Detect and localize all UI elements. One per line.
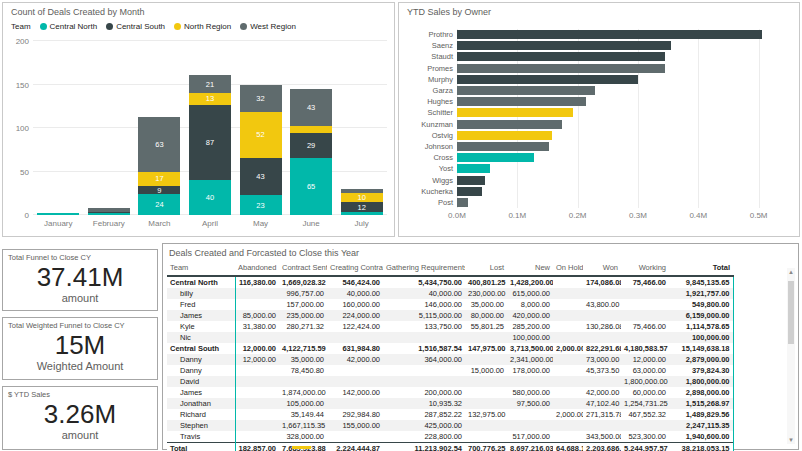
value-cell: 132,975.00 xyxy=(465,409,507,420)
table-vertical-scrollbar[interactable]: ▴ ▾ xyxy=(787,268,795,444)
bar-segment-central-south[interactable]: 87 xyxy=(189,105,231,181)
owner-bar-cross[interactable] xyxy=(457,153,534,162)
table-row-central-south[interactable]: Central South12,000.004,122,715.59631,98… xyxy=(167,343,733,354)
legend-item-north-region[interactable]: North Region xyxy=(174,22,231,31)
owner-bar-prothro[interactable] xyxy=(457,30,762,39)
value-cell: 580,000.00 xyxy=(507,387,553,398)
bar-segment-central-south[interactable]: 12 xyxy=(341,202,383,212)
owner-bar-row xyxy=(457,107,793,118)
stacked-bar-june[interactable]: 652943 xyxy=(290,41,332,215)
column-header-abandoned[interactable]: Abandoned xyxy=(235,261,279,276)
stacked-bar-may[interactable]: 23435232 xyxy=(240,41,282,215)
table-row-nic[interactable]: Nic100,000.00100,000.00 xyxy=(167,332,733,343)
bar-segment-west-region[interactable]: 63 xyxy=(138,117,180,172)
bar-segment-central-north[interactable]: 24 xyxy=(138,194,180,215)
stacked-bar-january[interactable] xyxy=(37,41,79,215)
table-row-james[interactable]: James1,874,000.00142,000.00200,000.00580… xyxy=(167,387,733,398)
column-header-gathering-requirements[interactable]: Gathering Requirements xyxy=(383,261,465,276)
y-axis-tick-label: 50 xyxy=(4,167,29,176)
stacked-bar-july[interactable]: 1210 xyxy=(341,41,383,215)
value-cell xyxy=(553,387,583,398)
table-row-travis[interactable]: Travis328,000.00228,800.00517,000.00343,… xyxy=(167,431,733,443)
bar-segment-central-north[interactable]: 40 xyxy=(189,180,231,215)
value-cell: 73,000.00 xyxy=(583,354,621,365)
owner-bar-hughes[interactable] xyxy=(457,97,586,106)
value-cell: 63,000.00 xyxy=(621,365,669,376)
owner-label-hughes: Hughes xyxy=(399,96,453,107)
table-row-james[interactable]: James85,000.00235,000.00224,000.005,115,… xyxy=(167,310,733,321)
owner-bar-murphy[interactable] xyxy=(457,75,638,84)
horizontal-scrollbar-thumb[interactable] xyxy=(292,446,311,449)
table-row-richard[interactable]: Richard35,149.44292,984.80287,852.22132,… xyxy=(167,409,733,420)
value-cell xyxy=(235,431,279,443)
owner-bar-kunzman[interactable] xyxy=(457,120,562,129)
bar-segment-central-north[interactable] xyxy=(88,213,130,215)
bar-segment-central-south[interactable]: 43 xyxy=(240,158,282,195)
table-row-kyle[interactable]: Kyle31,380.00280,271.32122,424.00133,750… xyxy=(167,321,733,332)
bar-segment-central-north[interactable] xyxy=(37,213,79,215)
bar-segment-north-region[interactable]: 52 xyxy=(240,112,282,157)
value-cell: 379,824.30 xyxy=(669,365,733,376)
bar-segment-west-region[interactable]: 32 xyxy=(240,85,282,113)
column-header-creating-contract[interactable]: Creating Contract xyxy=(327,261,383,276)
card-total-funnel: Total Funnel to Close CY 37.41M amount xyxy=(2,249,158,311)
value-cell xyxy=(621,310,669,321)
scroll-down-icon[interactable]: ▾ xyxy=(787,436,795,444)
table-row-danny[interactable]: Danny12,000.0035,000.0042,000.00364,000.… xyxy=(167,354,733,365)
team-cell: James xyxy=(167,310,235,321)
bar-segment-central-north[interactable] xyxy=(341,212,383,215)
bar-segment-central-south[interactable]: 9 xyxy=(138,186,180,194)
owner-bar-staudt[interactable] xyxy=(457,52,665,61)
owner-bar-row xyxy=(457,51,793,62)
card-ytd-sales: $ YTD Sales 3.26M amount xyxy=(2,386,158,450)
owner-bar-yost[interactable] xyxy=(457,164,490,173)
value-cell: 31,380.00 xyxy=(235,321,279,332)
table-row-billy[interactable]: billy996,757.0040,000.0040,000.00230,000… xyxy=(167,288,733,299)
column-header-contract-sent[interactable]: Contract Sent xyxy=(279,261,327,276)
scroll-up-icon[interactable]: ▴ xyxy=(787,268,795,276)
stacked-bar-april[interactable]: 40871321 xyxy=(189,41,231,215)
bar-segment-north-region[interactable]: 17 xyxy=(138,172,180,187)
stacked-bar-february[interactable] xyxy=(88,41,130,215)
table-row-david[interactable]: David1,800,000.001,800,000.00 xyxy=(167,376,733,387)
scrollbar-thumb[interactable] xyxy=(788,281,794,344)
owner-bar-johnson[interactable] xyxy=(457,142,549,151)
legend-item-central-north[interactable]: Central North xyxy=(40,22,98,31)
bar-segment-north-region[interactable] xyxy=(290,126,332,133)
bar-segment-north-region[interactable]: 10 xyxy=(341,193,383,202)
bar-segment-central-north[interactable]: 65 xyxy=(290,158,332,215)
owner-bar-ostvig[interactable] xyxy=(457,131,552,140)
owner-bar-wiggs[interactable] xyxy=(457,176,485,185)
legend-item-central-south[interactable]: Central South xyxy=(106,22,165,31)
column-header-total[interactable]: Total xyxy=(669,261,733,276)
owner-bar-post[interactable] xyxy=(457,198,468,207)
column-header-on-hold[interactable]: On Hold xyxy=(553,261,583,276)
value-cell xyxy=(465,431,507,443)
legend-dot-icon xyxy=(40,23,47,30)
column-header-new[interactable]: New xyxy=(507,261,553,276)
stacked-bar-march[interactable]: 2491763 xyxy=(138,41,180,215)
table-row-jonathan[interactable]: Jonathan105,000.0010,935.3297,500.0047,1… xyxy=(167,398,733,409)
legend-item-west-region[interactable]: West Region xyxy=(240,22,296,31)
bar-segment-west-region[interactable]: 43 xyxy=(290,89,332,126)
table-row-central-north[interactable]: Central North116,380.001,669,028.32546,4… xyxy=(167,276,733,288)
column-header-lost[interactable]: Lost xyxy=(465,261,507,276)
bar-segment-central-south[interactable]: 29 xyxy=(290,133,332,158)
team-cell: Fred xyxy=(167,299,235,310)
table-row-fred[interactable]: Fred157,000.00160,000.00146,000.0035,000… xyxy=(167,299,733,310)
bar-segment-central-north[interactable]: 23 xyxy=(240,195,282,215)
table-row-stephen[interactable]: Stephen1,667,115.35155,000.00425,000.002… xyxy=(167,420,733,431)
column-header-working[interactable]: Working xyxy=(621,261,669,276)
value-cell: 146,000.00 xyxy=(383,299,465,310)
owner-bar-saenz[interactable] xyxy=(457,41,671,50)
owner-bar-kucherka[interactable] xyxy=(457,187,482,196)
bar-segment-north-region[interactable]: 13 xyxy=(189,93,231,104)
column-header-won[interactable]: Won xyxy=(583,261,621,276)
column-header-team[interactable]: Team xyxy=(167,261,235,276)
value-cell: 157,000.00 xyxy=(279,299,327,310)
table-row-danny[interactable]: Danny78,450.8015,000.00178,000.0045,373.… xyxy=(167,365,733,376)
owner-bar-promes[interactable] xyxy=(457,64,665,73)
owner-bar-garza[interactable] xyxy=(457,86,595,95)
owner-bar-schitter[interactable] xyxy=(457,108,573,117)
bar-segment-west-region[interactable]: 21 xyxy=(189,75,231,93)
